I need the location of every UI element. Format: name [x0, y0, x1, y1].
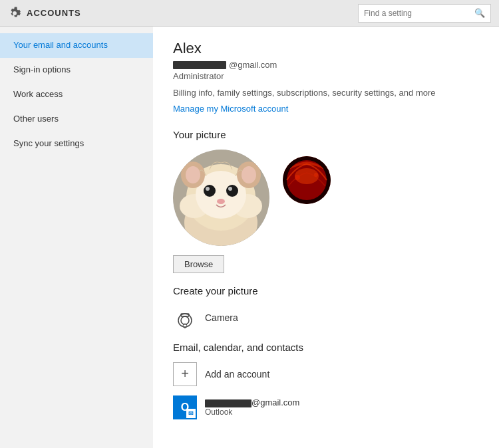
svg-point-10	[228, 187, 232, 191]
user-info-section: Alex @gmail.com Administrator Billing in…	[173, 40, 479, 114]
svg-point-22	[178, 314, 192, 327]
svg-point-7	[204, 185, 216, 197]
camera-option-row[interactable]: Camera	[173, 306, 479, 330]
user-email: @gmail.com	[173, 60, 479, 70]
accounts-gear-icon	[8, 7, 21, 20]
content-area: Alex @gmail.com Administrator Billing in…	[153, 27, 499, 448]
sidebar-item-work-access[interactable]: Work access	[0, 82, 153, 107]
svg-point-11	[217, 199, 225, 204]
svg-point-15	[242, 166, 256, 183]
email-section-header: Email, calendar, and contacts	[173, 342, 479, 353]
svg-point-20	[295, 175, 300, 180]
small-avatar	[283, 156, 331, 204]
main-layout: Your email and accounts Sign-in options …	[0, 27, 499, 448]
search-icon: 🔍	[474, 8, 485, 18]
svg-point-23	[181, 316, 189, 324]
svg-point-13	[186, 166, 200, 183]
add-account-row[interactable]: + Add an account	[173, 362, 479, 386]
svg-rect-24	[181, 314, 189, 316]
sidebar-item-sync-settings[interactable]: Sync your settings	[0, 132, 153, 156]
user-role: Administrator	[173, 71, 479, 81]
search-input[interactable]	[364, 9, 474, 18]
add-icon: +	[173, 362, 197, 386]
user-name: Alex	[173, 40, 479, 57]
svg-point-21	[314, 173, 318, 177]
email-redacted	[173, 61, 226, 69]
your-picture-header: Your picture	[173, 129, 479, 140]
sidebar-item-other-users[interactable]: Other users	[0, 107, 153, 132]
outlook-email-redacted	[205, 399, 251, 407]
outlook-account-type: Outlook	[205, 407, 299, 417]
svg-point-9	[206, 187, 210, 191]
billing-info: Billing info, family settings, subscript…	[173, 86, 479, 100]
browse-button[interactable]: Browse	[173, 255, 224, 273]
picture-area	[173, 150, 479, 246]
outlook-icon: O ✉	[173, 395, 197, 419]
camera-icon	[173, 306, 197, 330]
outlook-account-email: @gmail.com	[205, 397, 299, 407]
sidebar-item-sign-in[interactable]: Sign-in options	[0, 58, 153, 82]
outlook-account-row[interactable]: O ✉ @gmail.com Outlook	[173, 395, 479, 419]
sidebar: Your email and accounts Sign-in options …	[0, 27, 153, 448]
search-box[interactable]: 🔍	[358, 4, 491, 23]
sidebar-item-your-email[interactable]: Your email and accounts	[0, 33, 153, 58]
svg-point-8	[226, 185, 238, 197]
main-avatar	[173, 150, 269, 246]
manage-account-link[interactable]: Manage my Microsoft account	[173, 104, 288, 114]
camera-label: Camera	[205, 312, 238, 323]
title-bar: ACCOUNTS 🔍	[0, 0, 499, 27]
add-account-label: Add an account	[205, 369, 269, 380]
create-picture-header: Create your picture	[173, 285, 479, 296]
outlook-account-info: @gmail.com Outlook	[205, 397, 299, 417]
title-bar-text: ACCOUNTS	[27, 8, 358, 18]
